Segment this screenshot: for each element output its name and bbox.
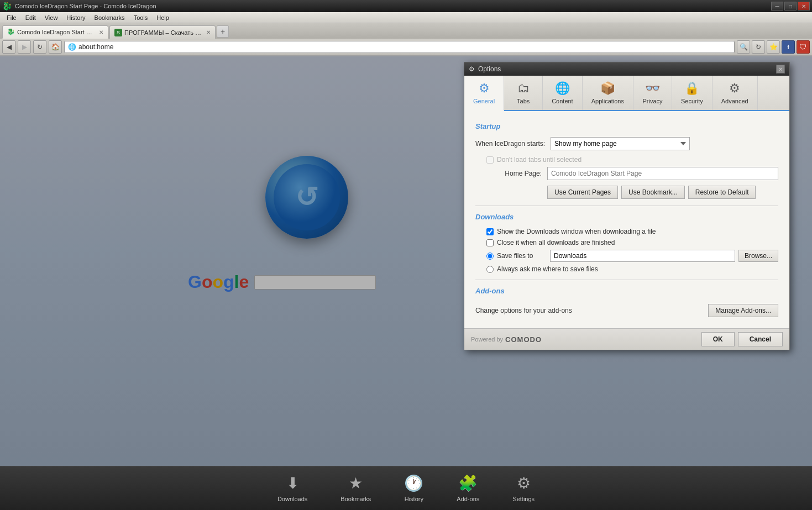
- bottom-addons[interactable]: 🧩 Add-ons: [457, 474, 479, 502]
- bottom-settings[interactable]: ⚙ Settings: [512, 474, 535, 502]
- browser-logo-icon: 🐉: [2, 2, 12, 10]
- dont-load-checkbox[interactable]: [486, 156, 494, 164]
- ok-button[interactable]: OK: [701, 332, 735, 346]
- startup-when-select[interactable]: Show my home page Show a blank page Show…: [551, 137, 690, 150]
- startup-section-title: Startup: [475, 122, 778, 130]
- dialog-title-bar: ⚙ Options ✕: [464, 62, 789, 76]
- tab-tabs[interactable]: 🗂 Tabs: [504, 76, 543, 110]
- tab-privacy[interactable]: 👓 Privacy: [633, 76, 672, 110]
- tab-0-favicon: 🐉: [7, 28, 15, 36]
- toolbar-right: 🔍 ↻ ⭐ f 🛡: [737, 40, 810, 54]
- tab-0-close[interactable]: ✕: [99, 29, 103, 35]
- security-tab-label: Security: [681, 98, 703, 104]
- bottom-toolbar: ⬇ Downloads ★ Bookmarks 🕐 History 🧩 Add-…: [0, 466, 812, 510]
- close-downloads-label: Close it when all downloads are finished: [497, 239, 615, 246]
- always-ask-radio[interactable]: [486, 266, 494, 273]
- save-files-input[interactable]: [550, 250, 735, 262]
- title-bar-controls: ─ □ ✕: [771, 2, 810, 10]
- refresh-button[interactable]: ↻: [752, 40, 765, 54]
- comodo-button[interactable]: 🛡: [797, 40, 810, 54]
- menu-bookmarks[interactable]: Bookmarks: [90, 13, 129, 22]
- startup-when-label: When IceDragon starts:: [475, 140, 545, 148]
- comodo-brand: COMODO: [505, 335, 542, 344]
- general-tab-label: General: [473, 98, 495, 104]
- dialog-title-left: ⚙ Options: [469, 65, 501, 73]
- bookmarks-icon: ★: [349, 474, 363, 492]
- tab-advanced[interactable]: ⚙ Advanced: [713, 76, 758, 110]
- tab-1[interactable]: S ПРОГРАММЫ – Скачать бесплатные... ✕: [109, 25, 216, 39]
- tab-security[interactable]: 🔒 Security: [672, 76, 713, 110]
- dialog-options-icon: ⚙: [469, 65, 475, 73]
- use-current-pages-button[interactable]: Use Current Pages: [547, 186, 618, 199]
- show-downloads-checkbox[interactable]: [486, 228, 494, 235]
- menu-tools[interactable]: Tools: [129, 13, 153, 22]
- close-downloads-checkbox[interactable]: [486, 239, 494, 246]
- addons-label: Add-ons: [457, 496, 479, 502]
- use-bookmark-button[interactable]: Use Bookmark...: [621, 186, 685, 199]
- advanced-tab-icon: ⚙: [729, 81, 740, 96]
- menu-history[interactable]: History: [62, 13, 90, 22]
- tab-bar: 🐉 Comodo IceDragon Start Page ✕ S ПРОГРА…: [0, 23, 812, 39]
- manage-addons-button[interactable]: Manage Add-ons...: [708, 304, 778, 317]
- save-to-radio[interactable]: [486, 253, 494, 260]
- settings-icon: ⚙: [517, 474, 531, 492]
- addons-change-text: Change options for your add-ons: [475, 307, 572, 314]
- options-tabs: ⚙ General 🗂 Tabs 🌐 Content 📦 Application…: [464, 76, 789, 111]
- history-icon: 🕐: [404, 474, 423, 492]
- downloads-label: Downloads: [277, 496, 307, 502]
- section-divider-2: [475, 280, 778, 280]
- tab-applications[interactable]: 📦 Applications: [583, 76, 633, 110]
- home-page-input[interactable]: [547, 167, 778, 180]
- browser-window: 🐉 Comodo IceDragon Start Page - Comodo I…: [0, 0, 812, 510]
- search-button[interactable]: 🔍: [737, 40, 750, 54]
- dialog-title-text: Options: [478, 65, 501, 73]
- applications-tab-label: Applications: [591, 98, 624, 104]
- tab-0[interactable]: 🐉 Comodo IceDragon Start Page ✕: [2, 25, 108, 39]
- address-text: about:home: [78, 43, 731, 51]
- footer-buttons: OK Cancel: [701, 332, 783, 346]
- back-button[interactable]: ◀: [2, 40, 15, 54]
- restore-default-button[interactable]: Restore to Default: [688, 186, 756, 199]
- close-button[interactable]: ✕: [798, 2, 810, 10]
- forward-button[interactable]: ▶: [18, 40, 31, 54]
- bottom-bookmarks[interactable]: ★ Bookmarks: [340, 474, 371, 502]
- tabs-tab-icon: 🗂: [517, 81, 530, 96]
- tab-content[interactable]: 🌐 Content: [543, 76, 583, 110]
- menu-edit[interactable]: Edit: [21, 13, 40, 22]
- menu-file[interactable]: File: [2, 13, 21, 22]
- home-button[interactable]: 🏠: [49, 40, 62, 54]
- minimize-button[interactable]: ─: [771, 2, 783, 10]
- reload-button[interactable]: ↻: [33, 40, 46, 54]
- new-tab-button[interactable]: +: [217, 25, 229, 38]
- tab-general[interactable]: ⚙ General: [464, 76, 504, 111]
- history-label: History: [405, 496, 423, 502]
- browser-content: ↺ Google ⚙ Options ✕: [0, 56, 812, 466]
- downloads-section-title: Downloads: [475, 213, 778, 221]
- menu-help[interactable]: Help: [152, 13, 174, 22]
- dialog-close-button[interactable]: ✕: [776, 65, 785, 73]
- menu-view[interactable]: View: [40, 13, 62, 22]
- general-tab-icon: ⚙: [479, 81, 490, 96]
- dont-load-row: Don't load tabs until selected: [486, 156, 778, 164]
- address-input-wrap[interactable]: 🌐 about:home: [64, 41, 735, 53]
- bottom-history[interactable]: 🕐 History: [404, 474, 423, 502]
- bottom-downloads[interactable]: ⬇ Downloads: [277, 474, 307, 502]
- maximize-button[interactable]: □: [784, 2, 797, 10]
- downloads-icon: ⬇: [286, 474, 299, 492]
- cancel-button[interactable]: Cancel: [738, 332, 783, 346]
- show-downloads-label: Show the Downloads window when downloadi…: [497, 228, 656, 235]
- applications-tab-icon: 📦: [600, 81, 615, 96]
- section-divider-1: [475, 206, 778, 206]
- title-bar: 🐉 Comodo IceDragon Start Page - Comodo I…: [0, 0, 812, 12]
- address-bar: ◀ ▶ ↻ 🏠 🌐 about:home 🔍 ↻ ⭐ f 🛡: [0, 39, 812, 56]
- facebook-button[interactable]: f: [782, 40, 795, 54]
- page-buttons: Use Current Pages Use Bookmark... Restor…: [547, 186, 778, 199]
- browse-button[interactable]: Browse...: [738, 250, 778, 262]
- addons-row: Change options for your add-ons Manage A…: [475, 302, 778, 319]
- bookmark-this-button[interactable]: ⭐: [767, 40, 780, 54]
- tab-1-favicon: S: [114, 29, 122, 36]
- save-files-row: Save files to Browse...: [486, 250, 778, 262]
- save-to-label: Save files to: [497, 252, 547, 260]
- tab-1-close[interactable]: ✕: [206, 29, 211, 35]
- home-page-label: Home Page:: [475, 170, 542, 177]
